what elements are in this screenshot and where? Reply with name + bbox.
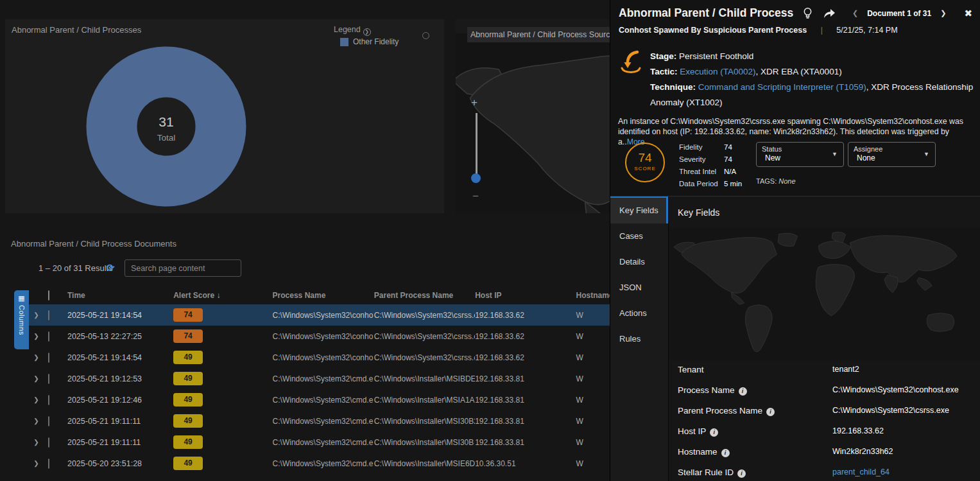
tab-json[interactable]: JSON: [610, 275, 668, 301]
key-fields-world-map[interactable]: [669, 227, 980, 360]
tab-key-fields[interactable]: Key Fields: [610, 198, 668, 223]
key-field-label: Host IPi: [678, 425, 832, 437]
columns-button[interactable]: ▦ Columns: [14, 290, 29, 349]
tab-cases[interactable]: Cases: [610, 223, 668, 249]
key-field-value: C:\Windows\System32\conhost.exe: [832, 384, 959, 396]
documents-section-title: Abnormal Parent / Child Process Document…: [11, 239, 176, 249]
row-expand-icon[interactable]: ❯: [29, 417, 44, 424]
table-row[interactable]: ❯ 2025-05-21 19:14:54 74 C:\Windows\Syst…: [29, 304, 616, 326]
table-row[interactable]: ❯ 2025-05-21 19:12:53 49 C:\Windows\Syst…: [29, 368, 616, 389]
panel-menu-icon[interactable]: [422, 32, 429, 39]
chevron-down-icon: ▼: [924, 151, 929, 157]
legend-item-other-fidelity[interactable]: Other Fidelity: [340, 37, 399, 46]
alert-score-badge: 49: [173, 393, 203, 407]
results-count: 1 – 20 of 31 Results: [39, 263, 113, 273]
row-checkbox[interactable]: [48, 374, 49, 384]
technique-link[interactable]: Command and Scripting Interpreter (T1059…: [698, 82, 866, 92]
stellar-rule-id-link[interactable]: parent_child_64: [832, 466, 890, 478]
row-checkbox[interactable]: [48, 395, 49, 405]
alert-score-badge: 74: [173, 329, 203, 343]
detail-tab-strip: Key Fields Cases Details JSON Actions Ru…: [610, 197, 668, 481]
row-expand-icon[interactable]: ❯: [29, 375, 44, 382]
key-field-label: Hostnamei: [678, 446, 832, 458]
chart-panel-title: Abnormal Parent / Child Processes: [12, 25, 141, 35]
col-header-parent-process-name[interactable]: Parent Process Name: [374, 291, 475, 300]
table-row[interactable]: ❯ 2025-05-13 22:27:25 74 C:\Windows\Syst…: [29, 326, 616, 347]
table-row[interactable]: ❯ 2025-05-21 19:12:46 49 C:\Windows\Syst…: [29, 389, 616, 410]
alert-detail-panel: Abnormal Parent / Child Process ❮ Docume…: [610, 0, 980, 481]
technique-line: Technique: Command and Scripting Interpr…: [650, 80, 979, 110]
col-header-time[interactable]: Time: [64, 291, 170, 300]
info-icon[interactable]: i: [739, 387, 747, 396]
score-label: SCORE: [626, 166, 664, 171]
table-row[interactable]: ❯ 2025-05-21 19:14:54 49 C:\Windows\Syst…: [29, 347, 616, 368]
legend-collapse-icon[interactable]: ❯: [363, 28, 371, 36]
assignee-dropdown[interactable]: Assignee None ▼: [848, 142, 936, 167]
table-row[interactable]: ❯ 2025-05-20 23:51:28 49 C:\Windows\Syst…: [29, 453, 616, 474]
donut-chart-panel: Abnormal Parent / Child Processes Legend…: [5, 19, 444, 213]
legend-swatch: [340, 38, 348, 46]
tab-rules[interactable]: Rules: [610, 326, 668, 352]
status-dropdown[interactable]: Status New ▼: [756, 142, 844, 167]
table-row[interactable]: ❯ 2025-05-21 19:11:11 49 C:\Windows\Syst…: [29, 410, 616, 432]
key-field-label: Process Namei: [678, 384, 832, 396]
detail-title: Abnormal Parent / Child Process: [619, 6, 793, 20]
row-expand-icon[interactable]: ❯: [29, 439, 44, 446]
prev-document-icon[interactable]: ❮: [852, 9, 858, 17]
map-zoom-slider-knob[interactable]: [471, 173, 481, 183]
row-expand-icon[interactable]: ❯: [29, 354, 44, 361]
tactic-line: Tactic: Execution (TA0002), XDR EBA (XTA…: [650, 64, 979, 80]
search-box: [125, 259, 241, 277]
tab-details[interactable]: Details: [610, 249, 668, 275]
key-field-row: Parent Process Namei C:\Windows\System32…: [678, 405, 976, 417]
close-icon[interactable]: ✖: [964, 8, 972, 19]
row-checkbox[interactable]: [48, 459, 49, 469]
table-header-row: Time Alert Score ↓ Process Name Parent P…: [29, 286, 616, 304]
row-expand-icon[interactable]: ❯: [29, 460, 44, 467]
fidelity-donut-chart[interactable]: 31 Total: [86, 46, 246, 207]
search-input[interactable]: [125, 264, 237, 273]
key-field-value: Win2k8r2n33h62: [832, 446, 893, 458]
key-field-value: C:\Windows\System32\csrss.exe: [832, 405, 949, 417]
alert-score-badge: 49: [173, 435, 203, 449]
info-icon[interactable]: i: [766, 408, 775, 416]
select-all-checkbox[interactable]: [48, 290, 49, 301]
map-zoom-out-button[interactable]: −: [472, 190, 479, 203]
row-checkbox[interactable]: [48, 331, 49, 342]
table-row[interactable]: ❯ 2025-05-21 19:11:11 49 C:\Windows\Syst…: [29, 432, 616, 453]
score-circle: 74 SCORE: [625, 143, 665, 182]
info-icon[interactable]: i: [721, 449, 730, 457]
col-header-process-name[interactable]: Process Name: [273, 291, 374, 300]
alert-timestamp: 5/21/25, 7:14 PM: [836, 26, 897, 35]
row-checkbox[interactable]: [48, 437, 49, 448]
col-header-host-ip[interactable]: Host IP: [475, 291, 576, 300]
key-field-label: Parent Process Namei: [678, 405, 832, 417]
col-header-alert-score[interactable]: Alert Score ↓: [170, 291, 272, 300]
share-icon[interactable]: [822, 8, 836, 19]
tactic-link[interactable]: Execution (TA0002): [680, 67, 755, 76]
donut-total-label: Total: [157, 133, 176, 143]
refresh-icon[interactable]: ⟳: [107, 262, 115, 274]
tags-value: None: [778, 177, 795, 185]
row-checkbox[interactable]: [48, 310, 49, 320]
info-icon[interactable]: i: [737, 469, 746, 478]
alert-score-badge: 74: [173, 308, 203, 322]
lightbulb-icon[interactable]: [802, 7, 813, 20]
map-zoom-slider-track[interactable]: [476, 113, 477, 175]
tab-actions[interactable]: Actions: [610, 301, 668, 326]
row-expand-icon[interactable]: ❯: [29, 396, 44, 403]
key-field-row: Tenant tenant2: [678, 363, 976, 376]
info-icon[interactable]: i: [710, 428, 718, 437]
map-zoom-in-button[interactable]: +: [471, 96, 477, 109]
row-expand-icon[interactable]: ❯: [29, 311, 44, 319]
next-document-icon[interactable]: ❯: [940, 9, 946, 17]
donut-svg: 31 Total: [86, 46, 246, 207]
detail-subtitle-row: Conhost Spawned By Suspicious Parent Pro…: [619, 26, 898, 35]
row-expand-icon[interactable]: ❯: [29, 333, 44, 340]
legend-header: Legend❯: [334, 25, 371, 36]
row-checkbox[interactable]: [48, 416, 49, 426]
row-checkbox[interactable]: [48, 353, 49, 363]
kill-chain-stage-icon: [617, 49, 644, 78]
sort-desc-icon: ↓: [217, 291, 221, 300]
key-field-row: Host IPi 192.168.33.62: [678, 425, 976, 437]
